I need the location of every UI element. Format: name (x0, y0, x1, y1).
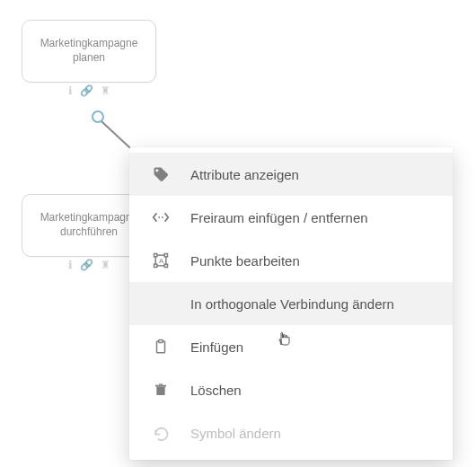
connection-context-menu: Attribute anzeigen Freiraum einfügen / e… (129, 147, 453, 460)
link-icon: 🔗 (80, 260, 93, 270)
trash-icon (147, 381, 174, 399)
menu-item-paste[interactable]: Einfügen (129, 325, 453, 368)
connector-handle[interactable] (92, 110, 104, 123)
info-icon: ℹ (68, 85, 73, 96)
node-icons: ℹ 🔗 ♜ (68, 260, 110, 270)
tag-icon (147, 165, 174, 183)
diagram-canvas[interactable]: Marketingkampagne planen ℹ 🔗 ♜ Marketing… (0, 0, 476, 467)
menu-label: Einfügen (190, 339, 435, 355)
menu-item-to-orthogonal[interactable]: In orthogonale Verbindung ändern (129, 282, 453, 325)
svg-text:A: A (159, 257, 163, 265)
menu-item-edit-points[interactable]: A Punkte bearbeiten (129, 239, 453, 282)
spacer-icon (147, 210, 174, 225)
transform-icon: A (147, 251, 174, 269)
svg-rect-12 (159, 340, 163, 343)
svg-point-1 (162, 216, 163, 218)
process-node-plan[interactable]: Marketingkampagne planen ℹ 🔗 ♜ (22, 20, 156, 83)
clipboard-icon (147, 338, 174, 356)
menu-label: Symbol ändern (190, 426, 435, 441)
svg-rect-5 (164, 264, 167, 267)
undo-icon (147, 424, 174, 442)
menu-label: Attribute anzeigen (190, 167, 435, 182)
node-label: Marketingkampagne planen (22, 37, 155, 65)
svg-rect-2 (154, 254, 157, 257)
link-icon: 🔗 (80, 85, 93, 96)
org-icon: ♜ (101, 260, 110, 270)
svg-rect-4 (154, 264, 157, 267)
svg-rect-13 (156, 387, 164, 395)
menu-label: In orthogonale Verbindung ändern (190, 296, 435, 312)
menu-item-insert-remove-space[interactable]: Freiraum einfügen / entfernen (129, 196, 453, 239)
menu-label: Löschen (190, 383, 435, 398)
menu-item-change-symbol: Symbol ändern (129, 411, 453, 454)
org-icon: ♜ (101, 85, 110, 96)
menu-item-show-attributes[interactable]: Attribute anzeigen (129, 153, 453, 196)
svg-rect-14 (155, 385, 166, 387)
svg-point-0 (158, 216, 160, 218)
menu-label: Freiraum einfügen / entfernen (190, 210, 435, 225)
node-icons: ℹ 🔗 ♜ (68, 85, 110, 96)
svg-rect-3 (164, 254, 167, 257)
svg-rect-15 (159, 383, 163, 384)
menu-item-delete[interactable]: Löschen (129, 368, 453, 411)
info-icon: ℹ (68, 260, 73, 270)
menu-label: Punkte bearbeiten (190, 253, 435, 269)
